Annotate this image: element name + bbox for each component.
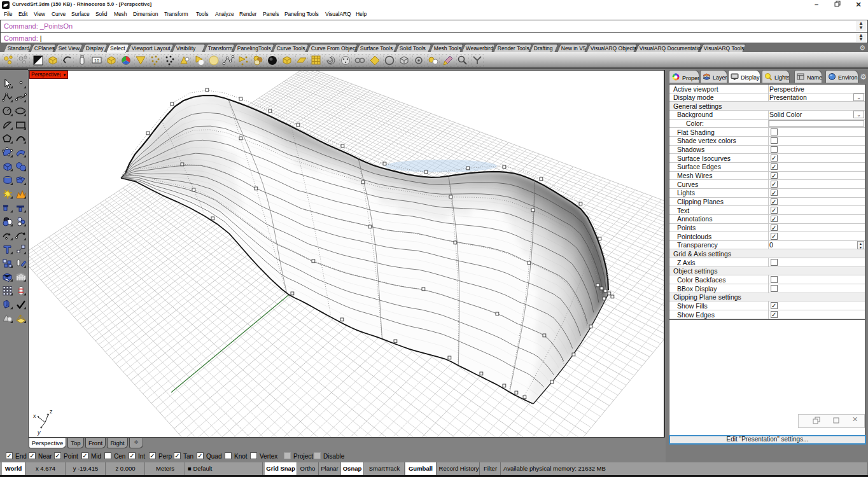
svg-text:10: 10	[94, 59, 99, 63]
svg-text:z: z	[50, 408, 53, 415]
svg-text:x: x	[33, 413, 36, 419]
svg-text:y: y	[37, 429, 41, 436]
